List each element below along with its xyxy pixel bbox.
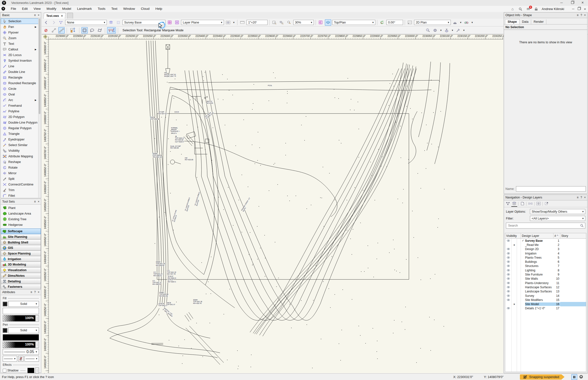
scale-multiple-icon[interactable]: [58, 27, 65, 34]
layer-search-input[interactable]: [508, 224, 580, 228]
shadow-options-icon[interactable]: ⋮: [35, 367, 39, 373]
menu-tools[interactable]: Tools: [95, 6, 108, 12]
toolset-tool-existing-tree[interactable]: Existing Tree: [1, 216, 41, 222]
column-visibility[interactable]: Visibility: [505, 233, 521, 238]
tab-data[interactable]: Data: [520, 19, 531, 24]
layer-options-dropdown[interactable]: Show/Snap/Modify Others▼: [530, 209, 585, 214]
layer-invisible-cell[interactable]: ×: [512, 303, 517, 306]
tab-shape[interactable]: Shape: [505, 19, 520, 24]
layer-visibility-cell[interactable]: [505, 256, 512, 259]
tab-close-icon[interactable]: ×: [61, 14, 63, 18]
user-name[interactable]: Andrew Kilinski: [542, 7, 564, 11]
saved-views-dropdown[interactable]: None▼: [65, 20, 107, 25]
toolset-space-planning[interactable]: Space Planning: [1, 251, 41, 256]
tool-arc[interactable]: Arc▶: [1, 97, 39, 103]
tool-double-line-polygon[interactable]: Double-Line Polygon: [1, 120, 39, 125]
pen-type-swatch[interactable]: [3, 328, 7, 333]
attributes-menu-icon[interactable]: ≡: [30, 290, 32, 294]
render-mode-dropdown[interactable]: 2D Plan▼: [414, 20, 451, 25]
tool-preferences-caret[interactable]: ▼: [440, 29, 442, 32]
nav-viewports-icon[interactable]: [527, 201, 533, 207]
toolset-tool-hedgerow[interactable]: Hedgerow: [1, 222, 41, 228]
tool-2d-locus[interactable]: 2D Locus: [1, 52, 39, 58]
navigation-menu-icon[interactable]: ≡: [577, 196, 578, 199]
tool-double-line[interactable]: Double Line: [1, 69, 39, 75]
tool-mirror[interactable]: Mirror: [1, 170, 39, 176]
close-button[interactable]: ×: [578, 0, 588, 6]
fit-objects-icon[interactable]: [279, 19, 285, 26]
layer-visibility-cell[interactable]: [505, 294, 512, 298]
zoom-dropdown[interactable]: 30%▼: [293, 20, 314, 25]
snapping-suspended-badge[interactable]: Snapping suspended: [520, 374, 565, 380]
plant-style-icon[interactable]: [443, 27, 450, 34]
toolset-dims-notes[interactable]: Dims/Notes: [1, 273, 41, 279]
layer-row-details-1-1-0-[interactable]: Details 1"=1'-0"17: [505, 306, 586, 310]
tool-fillet[interactable]: Fillet: [1, 193, 39, 198]
toolset-irrigation[interactable]: Irrigation: [1, 256, 41, 262]
layer-visibility-cell[interactable]: [505, 277, 512, 280]
layer-visibility-cell[interactable]: [505, 239, 512, 243]
tool-eyedropper[interactable]: Eyedropper: [1, 136, 39, 142]
layer-visibility-cell[interactable]: [505, 273, 512, 276]
pause-snapping-button[interactable]: [571, 374, 577, 380]
basic-close-icon[interactable]: ×: [38, 14, 40, 17]
layer-row-site-furniture[interactable]: Site Furniture9: [505, 272, 586, 277]
nav-saved-views-icon[interactable]: [536, 201, 542, 207]
marquee-polygon-icon[interactable]: [97, 27, 103, 34]
attributes-header[interactable]: Attributes ≡ ? ×: [1, 289, 41, 295]
layer-row-plants-understory[interactable]: Plants-Understory11: [505, 281, 586, 285]
menu-edit[interactable]: Edit: [19, 6, 31, 12]
tool-polyline[interactable]: Polyline: [1, 108, 39, 114]
attributes-close-icon[interactable]: ×: [38, 290, 40, 294]
scale-field[interactable]: 1"=20': [247, 20, 268, 25]
menu-modify[interactable]: Modify: [44, 6, 59, 12]
camera-match-icon[interactable]: [463, 19, 470, 26]
tool-rectangle[interactable]: Rectangle: [1, 75, 39, 80]
tool-triangle[interactable]: Triangle: [1, 131, 39, 136]
line-weight-dropdown[interactable]: 0.05▼: [3, 349, 39, 355]
layer-row-plants-trees[interactable]: Plants-Trees5: [505, 255, 586, 260]
tool-visibility[interactable]: Visibility: [1, 148, 39, 153]
fill-opacity-bar[interactable]: 100% ⋮: [3, 315, 39, 322]
basic-scrollbar[interactable]: [38, 18, 41, 198]
fit-page-icon[interactable]: [271, 19, 278, 26]
pen-opacity-options-icon[interactable]: ⋮: [35, 342, 39, 348]
name-input[interactable]: [516, 186, 586, 191]
pen-style-dropdown[interactable]: Solid▼: [8, 327, 39, 333]
unified-view-icon[interactable]: [325, 19, 331, 26]
tool-flyover[interactable]: Flyover: [1, 30, 39, 35]
line-marker-dropdown[interactable]: ▼: [24, 356, 39, 362]
visibility-options-caret[interactable]: ▼: [233, 21, 235, 24]
layer-row-buildings[interactable]: Buildings6: [505, 260, 586, 264]
toolset-building-shell[interactable]: Building Shell: [1, 240, 41, 245]
toolset-softscape[interactable]: Softscape: [1, 228, 41, 234]
layer-visibility-cell[interactable]: [505, 252, 512, 255]
mdi-minimize-icon[interactable]: ─: [572, 7, 574, 11]
tool-zoom[interactable]: Zoom: [1, 35, 39, 41]
layers-icon[interactable]: [108, 19, 114, 26]
tool-rounded-rectangle[interactable]: Rounded Rectangle: [1, 80, 39, 86]
tool-line[interactable]: Line: [1, 63, 39, 69]
layer-search-box[interactable]: [506, 223, 585, 228]
zoom-level-icon[interactable]: [286, 19, 292, 26]
layer-row-site-walls[interactable]: Site Walls10: [505, 277, 586, 281]
messages-icon[interactable]: ✉1: [526, 7, 530, 11]
minimize-button[interactable]: ─: [557, 0, 567, 6]
account-lock-icon[interactable]: [534, 7, 538, 11]
nav-classes-icon[interactable]: [505, 201, 511, 207]
nav-references-icon[interactable]: [544, 201, 549, 207]
layer-visibility-cell[interactable]: [505, 264, 512, 268]
layer-row-site-model[interactable]: ×Site Model16: [505, 302, 586, 306]
tool-split[interactable]: Split: [1, 176, 39, 182]
object-info-header[interactable]: Object Info - Shape ≡ ? ×: [504, 13, 587, 18]
menu-text[interactable]: Text: [108, 6, 120, 12]
shadow-checkbox[interactable]: [3, 369, 6, 372]
tool-symbol-insertion[interactable]: Symbol Insertion: [1, 58, 39, 63]
shadow-color-swatch[interactable]: [27, 368, 34, 373]
tool-trim[interactable]: Trim: [1, 187, 39, 193]
layer-row-survey-base[interactable]: ✓Survey Base1: [505, 239, 586, 243]
layer-row-lighting[interactable]: Lighting8: [505, 268, 586, 272]
column-story[interactable]: Story: [560, 233, 586, 238]
toolset-3d-modeling[interactable]: 3D Modeling: [1, 262, 41, 267]
fill-type-swatch[interactable]: [3, 302, 7, 306]
